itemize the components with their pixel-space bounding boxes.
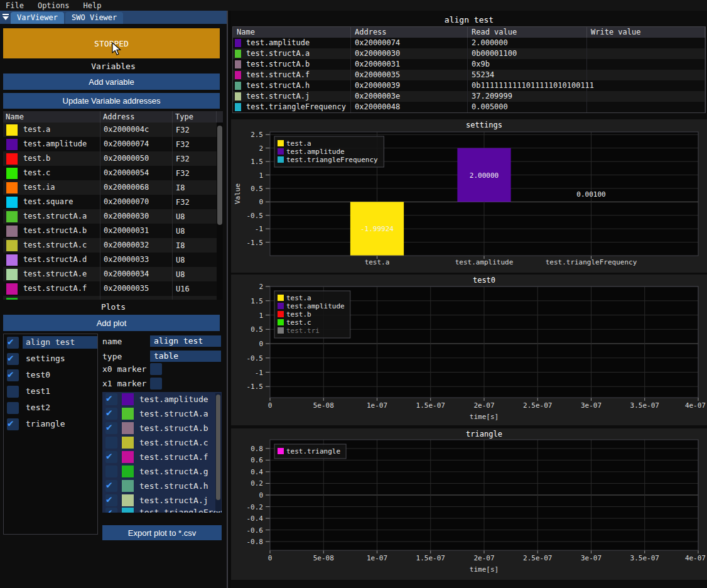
variable-row[interactable]: test.structA.b0x20000031U8 [3, 224, 223, 238]
add-plot-button[interactable]: Add plot [3, 315, 220, 331]
series-row[interactable]: ✔test.structA.b [102, 421, 222, 435]
series-color-swatch[interactable] [122, 422, 134, 434]
chart-triangle[interactable]: triangle0.80.60.40.20-0.2-0.4-0.6-0.805e… [231, 428, 707, 580]
variable-row[interactable]: test.ia0x20000068I8 [3, 180, 223, 195]
chart-test0[interactable]: test021.510.50-0.5-1-1.505e-081e-071.5e-… [231, 275, 707, 425]
menu-help[interactable]: Help [83, 1, 101, 10]
plot-list-item-label[interactable]: test2 [23, 401, 97, 414]
series-color-swatch[interactable] [122, 408, 134, 420]
series-visible-checkbox[interactable]: ✔ [105, 393, 117, 405]
export-csv-button[interactable]: Export plot to *.csv [102, 525, 222, 540]
plot-list-item-label[interactable]: align test [23, 336, 97, 349]
plot-list-item[interactable]: test1 [7, 385, 97, 398]
variable-color-swatch[interactable] [6, 182, 18, 193]
variable-color-swatch[interactable] [6, 283, 18, 295]
plot-list-item[interactable]: ✔align test [7, 336, 97, 349]
variable-color-swatch[interactable] [6, 197, 18, 208]
variable-row[interactable]: test.a0x2000004cF32 [3, 122, 223, 137]
series-visible-checkbox[interactable]: ✔ [105, 508, 117, 513]
series-color-swatch[interactable] [122, 480, 134, 492]
series-row[interactable]: ✔test.triangleFrequency [102, 508, 222, 513]
series-row[interactable]: ✔test.structA.a [102, 406, 222, 421]
plot-type-combo[interactable]: table [150, 351, 221, 362]
align-table-row[interactable]: test.structA.j0x2000003e37.209999 [233, 91, 705, 102]
align-table-row[interactable]: test.structA.b0x200000310x9b [233, 59, 705, 70]
series-row[interactable]: test.structA.g [102, 464, 222, 479]
plot-name-input[interactable]: align test [150, 335, 221, 347]
variable-row[interactable]: test.structA.f0x20000035U16 [3, 281, 223, 296]
variable-color-swatch[interactable] [6, 139, 18, 150]
x1-marker-checkbox[interactable] [150, 378, 162, 389]
menu-file[interactable]: File [6, 1, 24, 10]
series-color-swatch[interactable] [122, 466, 134, 477]
variable-row[interactable]: test.amplitude0x20000074F32 [3, 137, 223, 151]
series-row[interactable]: ✔test.amplitude [102, 392, 222, 406]
plot-list-item[interactable]: ✔triangle [7, 418, 97, 430]
variables-table-scrollbar[interactable] [217, 122, 223, 300]
align-table-row[interactable]: test.structA.a0x200000300b00001100 [233, 48, 705, 59]
series-visible-checkbox[interactable]: ✔ [105, 451, 117, 463]
plot-list-item-label[interactable]: triangle [23, 418, 97, 430]
series-row[interactable]: ✔test.structA.f [102, 450, 222, 464]
series-color-swatch[interactable] [122, 437, 134, 449]
tab-swo-viewer[interactable]: SWO Viewer [65, 12, 123, 24]
variable-row[interactable]: test.c0x20000054F32 [3, 166, 223, 180]
series-visible-checkbox[interactable] [105, 466, 117, 477]
series-color-swatch[interactable] [122, 393, 134, 405]
variable-color-swatch[interactable] [6, 153, 18, 165]
series-list-scrollbar[interactable] [215, 393, 221, 511]
variable-row[interactable]: test.structA.d0x20000033U8 [3, 253, 223, 267]
variable-color-swatch[interactable] [6, 226, 18, 237]
series-row[interactable]: ✔test.structA.h [102, 479, 222, 493]
plot-list-item[interactable]: ✔settings [7, 352, 97, 365]
variable-row[interactable]: test.structA.c0x20000032I8 [3, 238, 223, 253]
plot-visible-checkbox[interactable] [7, 386, 19, 398]
series-visible-checkbox[interactable]: ✔ [105, 480, 117, 492]
align-table-row[interactable]: test.amplitude0x200000742.000000 [233, 38, 705, 48]
variable-color-swatch[interactable] [6, 269, 18, 280]
plot-visible-checkbox[interactable]: ✔ [7, 418, 19, 430]
variable-color-swatch[interactable] [6, 211, 18, 222]
variable-row[interactable]: test.structA.e0x20000034U8 [3, 267, 223, 281]
chart-settings[interactable]: settings2.521.510.50-0.5-1-1.5test.atest… [231, 119, 707, 273]
series-color-swatch[interactable] [122, 451, 134, 463]
variable-row[interactable] [3, 296, 223, 300]
variable-color-swatch[interactable] [6, 240, 18, 251]
plot-visible-checkbox[interactable] [7, 402, 19, 414]
variable-color-swatch[interactable] [6, 298, 18, 300]
series-visible-checkbox[interactable] [105, 437, 117, 449]
collapse-window-icon[interactable] [0, 11, 11, 24]
align-table-row[interactable]: test.structA.h0x200000390b11111111110111… [233, 80, 705, 91]
series-row[interactable]: ✔test.structA.j [102, 493, 222, 508]
series-color-swatch[interactable] [122, 508, 134, 513]
pane-divider[interactable] [227, 11, 228, 588]
plot-list-item[interactable]: ✔test0 [7, 369, 97, 381]
x0-marker-checkbox[interactable] [150, 363, 162, 375]
chart-legend: test.atest.amplitudetest.triangleFrequen… [274, 136, 384, 167]
align-table-row[interactable]: test.structA.f0x2000003555234 [233, 70, 705, 80]
tab-varviewer[interactable]: VarViewer [11, 12, 64, 24]
series-row[interactable]: test.structA.c [102, 435, 222, 450]
variable-color-swatch[interactable] [6, 168, 18, 179]
variable-color-swatch[interactable] [6, 254, 18, 266]
svg-text:4e-07: 4e-07 [685, 401, 706, 410]
plot-visible-checkbox[interactable]: ✔ [7, 369, 19, 381]
plot-visible-checkbox[interactable]: ✔ [7, 337, 19, 349]
variable-row[interactable]: test.b0x20000050F32 [3, 151, 223, 166]
series-color-swatch[interactable] [122, 494, 134, 506]
plot-visible-checkbox[interactable]: ✔ [7, 353, 19, 365]
update-variable-addresses-button[interactable]: Update Variable addresses [3, 93, 220, 109]
plot-list-item[interactable]: test2 [7, 401, 97, 414]
variable-color-swatch[interactable] [6, 124, 18, 136]
plot-list-item-label[interactable]: test0 [23, 369, 97, 381]
plot-list-item-label[interactable]: settings [23, 352, 97, 365]
variable-row[interactable]: test.square0x20000070F32 [3, 195, 223, 209]
series-visible-checkbox[interactable]: ✔ [105, 422, 117, 434]
align-table-row[interactable]: test.triangleFrequency0x200000480.005000 [233, 102, 705, 112]
variable-row[interactable]: test.structA.a0x20000030U8 [3, 209, 223, 224]
menu-options[interactable]: Options [38, 1, 70, 10]
series-visible-checkbox[interactable]: ✔ [105, 494, 117, 506]
plot-list-item-label[interactable]: test1 [23, 385, 97, 398]
series-visible-checkbox[interactable]: ✔ [105, 408, 117, 420]
add-variable-button[interactable]: Add variable [3, 74, 220, 90]
